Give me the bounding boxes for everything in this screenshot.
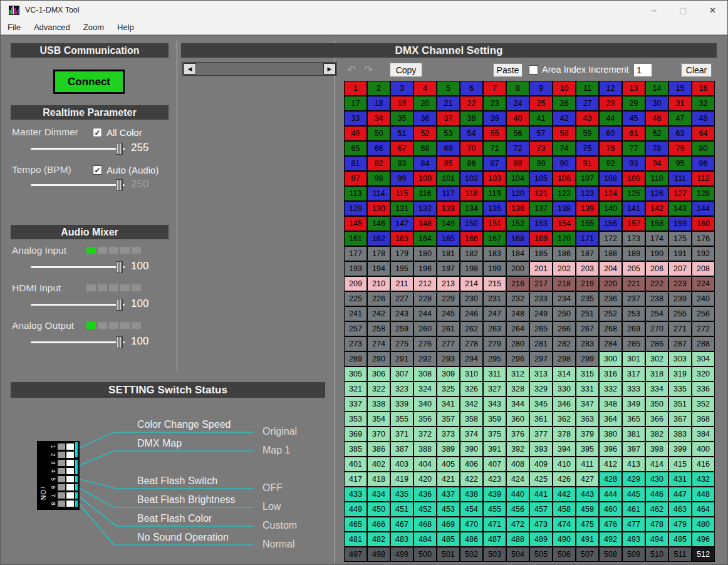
dmx-cell-325[interactable]: 325 — [437, 381, 460, 397]
dmx-cell-131[interactable]: 131 — [390, 201, 413, 216]
dmx-cell-356[interactable]: 356 — [413, 412, 437, 427]
dmx-cell-243[interactable]: 243 — [390, 306, 413, 321]
dmx-cell-311[interactable]: 311 — [483, 366, 506, 381]
dmx-cell-73[interactable]: 73 — [529, 141, 553, 156]
dmx-cell-323[interactable]: 323 — [390, 381, 413, 397]
undo-icon[interactable]: ↶ — [347, 63, 356, 76]
dmx-cell-159[interactable]: 159 — [668, 216, 692, 231]
dmx-cell-132[interactable]: 132 — [413, 201, 437, 216]
dmx-cell-259[interactable]: 259 — [390, 321, 413, 336]
dmx-cell-458[interactable]: 458 — [553, 502, 576, 517]
dmx-cell-304[interactable]: 304 — [692, 351, 715, 366]
dmx-cell-507[interactable]: 507 — [576, 547, 599, 562]
dmx-cell-460[interactable]: 460 — [599, 502, 622, 517]
master-dimmer-slider-track[interactable] — [31, 148, 125, 150]
dmx-cell-22[interactable]: 22 — [460, 96, 483, 111]
dmx-cell-355[interactable]: 355 — [390, 412, 413, 427]
paste-button[interactable]: Paste — [493, 63, 523, 77]
dmx-cell-442[interactable]: 442 — [553, 487, 576, 502]
dmx-cell-488[interactable]: 488 — [506, 532, 529, 547]
dmx-cell-250[interactable]: 250 — [553, 306, 576, 321]
dmx-cell-508[interactable]: 508 — [599, 547, 622, 562]
dmx-cell-466[interactable]: 466 — [367, 517, 390, 532]
dmx-cell-14[interactable]: 14 — [645, 81, 668, 96]
dmx-cell-61[interactable]: 61 — [622, 126, 645, 141]
dmx-cell-15[interactable]: 15 — [668, 81, 692, 96]
dmx-cell-348[interactable]: 348 — [599, 397, 622, 412]
area-index-increment-checkbox[interactable] — [529, 65, 538, 75]
dmx-cell-224[interactable]: 224 — [692, 276, 715, 291]
dmx-cell-331[interactable]: 331 — [576, 381, 599, 397]
dmx-cell-399[interactable]: 399 — [668, 442, 692, 457]
dmx-cell-41[interactable]: 41 — [529, 111, 553, 126]
dmx-cell-278[interactable]: 278 — [460, 336, 483, 351]
dmx-cell-54[interactable]: 54 — [460, 126, 483, 141]
dmx-cell-197[interactable]: 197 — [437, 261, 460, 276]
dmx-cell-185[interactable]: 185 — [529, 246, 553, 261]
dmx-cell-285[interactable]: 285 — [622, 336, 645, 351]
dmx-cell-249[interactable]: 249 — [529, 306, 553, 321]
scroll-right-button[interactable]: ▶ — [323, 63, 336, 75]
dmx-cell-384[interactable]: 384 — [692, 427, 715, 442]
dmx-cell-153[interactable]: 153 — [529, 216, 553, 231]
dmx-cell-78[interactable]: 78 — [645, 141, 668, 156]
dmx-cell-252[interactable]: 252 — [599, 306, 622, 321]
dmx-cell-179[interactable]: 179 — [390, 246, 413, 261]
dmx-cell-72[interactable]: 72 — [506, 141, 529, 156]
dmx-cell-244[interactable]: 244 — [413, 306, 437, 321]
dmx-cell-404[interactable]: 404 — [413, 457, 437, 472]
dmx-cell-147[interactable]: 147 — [390, 216, 413, 231]
dmx-cell-87[interactable]: 87 — [483, 156, 506, 171]
dmx-cell-483[interactable]: 483 — [390, 532, 413, 547]
dmx-cell-93[interactable]: 93 — [622, 156, 645, 171]
dmx-cell-387[interactable]: 387 — [390, 442, 413, 457]
dmx-cell-353[interactable]: 353 — [344, 412, 367, 427]
dmx-cell-230[interactable]: 230 — [460, 291, 483, 306]
dmx-cell-454[interactable]: 454 — [460, 502, 483, 517]
dmx-cell-314[interactable]: 314 — [553, 366, 576, 381]
dmx-cell-332[interactable]: 332 — [599, 381, 622, 397]
dmx-cell-192[interactable]: 192 — [692, 246, 715, 261]
dmx-cell-219[interactable]: 219 — [576, 276, 599, 291]
dmx-cell-37[interactable]: 37 — [437, 111, 460, 126]
analog-input-slider-track[interactable] — [31, 266, 125, 268]
dmx-cell-115[interactable]: 115 — [390, 186, 413, 201]
dmx-cell-97[interactable]: 97 — [344, 171, 367, 186]
dmx-cell-181[interactable]: 181 — [437, 246, 460, 261]
dmx-cell-65[interactable]: 65 — [344, 141, 367, 156]
dmx-cell-271[interactable]: 271 — [668, 321, 692, 336]
dmx-cell-247[interactable]: 247 — [483, 306, 506, 321]
dmx-cell-289[interactable]: 289 — [344, 351, 367, 366]
dmx-cell-453[interactable]: 453 — [437, 502, 460, 517]
dmx-cell-240[interactable]: 240 — [692, 291, 715, 306]
dmx-cell-44[interactable]: 44 — [599, 111, 622, 126]
dmx-cell-414[interactable]: 414 — [645, 457, 668, 472]
dmx-cell-139[interactable]: 139 — [576, 201, 599, 216]
dmx-cell-476[interactable]: 476 — [599, 517, 622, 532]
dmx-cell-24[interactable]: 24 — [506, 96, 529, 111]
dmx-cell-173[interactable]: 173 — [622, 231, 645, 246]
dmx-cell-270[interactable]: 270 — [645, 321, 668, 336]
dmx-cell-96[interactable]: 96 — [692, 156, 715, 171]
dmx-cell-502[interactable]: 502 — [460, 547, 483, 562]
dmx-cell-344[interactable]: 344 — [506, 397, 529, 412]
dmx-cell-447[interactable]: 447 — [668, 487, 692, 502]
dmx-cell-225[interactable]: 225 — [344, 291, 367, 306]
dmx-cell-329[interactable]: 329 — [529, 381, 553, 397]
dmx-cell-222[interactable]: 222 — [645, 276, 668, 291]
dmx-cell-66[interactable]: 66 — [367, 141, 390, 156]
dmx-cell-313[interactable]: 313 — [529, 366, 553, 381]
dmx-cell-23[interactable]: 23 — [483, 96, 506, 111]
dmx-cell-272[interactable]: 272 — [692, 321, 715, 336]
dmx-cell-254[interactable]: 254 — [645, 306, 668, 321]
dmx-cell-204[interactable]: 204 — [599, 261, 622, 276]
dmx-cell-403[interactable]: 403 — [390, 457, 413, 472]
dmx-cell-267[interactable]: 267 — [576, 321, 599, 336]
dmx-cell-450[interactable]: 450 — [367, 502, 390, 517]
dmx-cell-206[interactable]: 206 — [645, 261, 668, 276]
dmx-cell-251[interactable]: 251 — [576, 306, 599, 321]
dmx-cell-418[interactable]: 418 — [367, 472, 390, 487]
dmx-cell-100[interactable]: 100 — [413, 171, 437, 186]
dmx-cell-266[interactable]: 266 — [553, 321, 576, 336]
dmx-cell-339[interactable]: 339 — [390, 397, 413, 412]
